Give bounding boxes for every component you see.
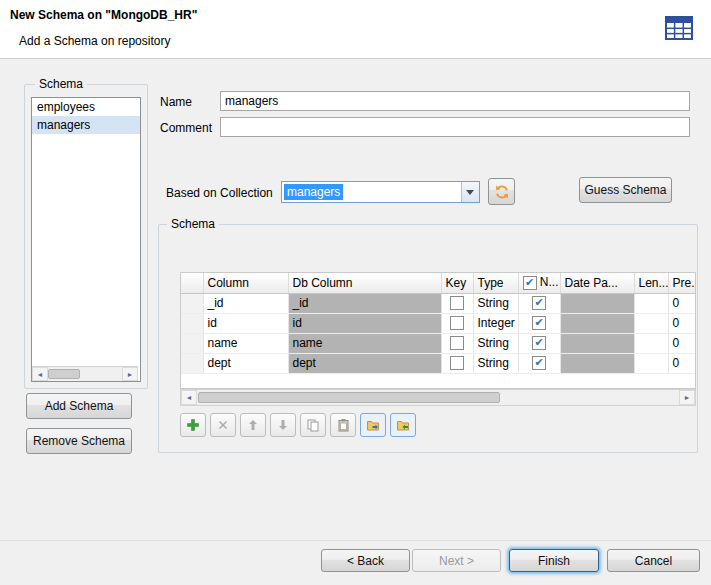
nullable-checkbox[interactable] (532, 336, 546, 350)
cell-db-column: _id (288, 293, 441, 313)
column-header-key: Key (441, 273, 473, 293)
paste-button[interactable] (330, 413, 356, 437)
cell-column[interactable]: dept (203, 353, 288, 373)
cell-column[interactable]: _id (203, 293, 288, 313)
schema-list[interactable]: employees managers ◄ ► (31, 97, 141, 382)
cell-length[interactable] (634, 353, 668, 373)
key-checkbox[interactable] (450, 296, 464, 310)
schema-table: Column Db Column Key Type N... Date Pa..… (180, 272, 696, 389)
chevron-down-icon (466, 190, 474, 195)
cell-length[interactable] (634, 333, 668, 353)
row-selector-header (181, 273, 203, 293)
remove-row-button[interactable] (210, 413, 236, 437)
row-selector[interactable] (181, 313, 203, 333)
nullable-checkbox[interactable] (532, 316, 546, 330)
nullable-header-label: N... (540, 275, 559, 289)
column-header-date-pattern: Date Pa... (560, 273, 634, 293)
cell-date-pattern (560, 313, 634, 333)
cell-date-pattern (560, 333, 634, 353)
add-schema-button[interactable]: Add Schema (26, 393, 132, 419)
table-row: id id Integer 0 (181, 313, 695, 333)
nullable-checkbox[interactable] (532, 356, 546, 370)
cell-key[interactable] (441, 313, 473, 333)
import-schema-button[interactable] (360, 413, 386, 437)
cell-precision[interactable]: 0 (668, 353, 695, 373)
scrollbar-thumb[interactable] (198, 392, 500, 403)
cell-nullable[interactable] (518, 313, 560, 333)
key-checkbox[interactable] (450, 316, 464, 330)
list-item-managers[interactable]: managers (32, 116, 140, 134)
key-checkbox[interactable] (450, 356, 464, 370)
list-item-employees[interactable]: employees (32, 98, 140, 116)
cell-key[interactable] (441, 293, 473, 313)
cell-precision[interactable]: 0 (668, 333, 695, 353)
schema-table-group-label: Schema (167, 217, 219, 231)
cancel-button[interactable]: Cancel (607, 549, 700, 572)
back-button[interactable]: < Back (321, 549, 410, 572)
cell-length[interactable] (634, 293, 668, 313)
cell-column[interactable]: name (203, 333, 288, 353)
scrollbar-thumb[interactable] (48, 369, 80, 379)
remove-schema-button[interactable]: Remove Schema (26, 428, 132, 454)
add-row-icon (186, 418, 200, 432)
schema-list-group: Schema employees managers ◄ ► (24, 84, 148, 389)
scroll-left-arrow-icon[interactable]: ◄ (32, 367, 48, 381)
cell-type[interactable]: String (473, 353, 518, 373)
cell-precision[interactable]: 0 (668, 293, 695, 313)
cell-key[interactable] (441, 333, 473, 353)
move-up-button[interactable] (240, 413, 266, 437)
move-down-button[interactable] (270, 413, 296, 437)
row-selector[interactable] (181, 293, 203, 313)
schema-list-group-label: Schema (35, 77, 87, 91)
guess-schema-button[interactable]: Guess Schema (579, 177, 672, 203)
copy-button[interactable] (300, 413, 326, 437)
column-header-column: Column (203, 273, 288, 293)
wizard-title: New Schema on "MongoDB_HR" (10, 8, 197, 22)
paste-icon (336, 418, 350, 432)
table-horizontal-scrollbar[interactable]: ◄ ► (180, 389, 696, 406)
add-row-button[interactable] (180, 413, 206, 437)
remove-row-icon (216, 418, 230, 432)
cell-type[interactable]: String (473, 333, 518, 353)
collection-combobox[interactable]: managers (281, 181, 480, 203)
wizard-subtitle: Add a Schema on repository (19, 34, 170, 48)
scroll-right-arrow-icon[interactable]: ► (122, 367, 138, 381)
import-schema-icon (366, 418, 380, 432)
refresh-collections-button[interactable] (488, 178, 515, 205)
cell-db-column: id (288, 313, 441, 333)
table-header-row: Column Db Column Key Type N... Date Pa..… (181, 273, 695, 293)
column-header-db-column: Db Column (288, 273, 441, 293)
cell-length[interactable] (634, 313, 668, 333)
row-selector[interactable] (181, 333, 203, 353)
name-input[interactable] (220, 91, 690, 111)
cell-db-column: dept (288, 353, 441, 373)
nullable-checkbox[interactable] (532, 296, 546, 310)
column-header-precision: Pre... (668, 273, 695, 293)
finish-button[interactable]: Finish (509, 549, 599, 572)
row-selector[interactable] (181, 353, 203, 373)
key-checkbox[interactable] (450, 336, 464, 350)
cell-type[interactable]: String (473, 293, 518, 313)
combo-dropdown-button[interactable] (461, 182, 479, 202)
nullable-select-all-checkbox[interactable] (523, 276, 537, 290)
cell-type[interactable]: Integer (473, 313, 518, 333)
cell-nullable[interactable] (518, 353, 560, 373)
schema-list-horizontal-scrollbar[interactable]: ◄ ► (32, 366, 138, 381)
table-row: dept dept String 0 (181, 353, 695, 373)
cell-precision[interactable]: 0 (668, 313, 695, 333)
export-schema-button[interactable] (390, 413, 416, 437)
cell-nullable[interactable] (518, 333, 560, 353)
move-up-icon (246, 418, 260, 432)
cell-column[interactable]: id (203, 313, 288, 333)
cell-key[interactable] (441, 353, 473, 373)
comment-label: Comment (160, 121, 212, 135)
table-row: _id _id String 0 (181, 293, 695, 313)
comment-input[interactable] (220, 117, 690, 137)
cell-nullable[interactable] (518, 293, 560, 313)
scroll-left-arrow-icon[interactable]: ◄ (181, 390, 197, 405)
scroll-right-arrow-icon[interactable]: ► (679, 390, 695, 405)
cell-date-pattern (560, 353, 634, 373)
wizard-header: New Schema on "MongoDB_HR" Add a Schema … (0, 0, 711, 59)
cell-db-column: name (288, 333, 441, 353)
table-grid-icon (663, 12, 695, 44)
